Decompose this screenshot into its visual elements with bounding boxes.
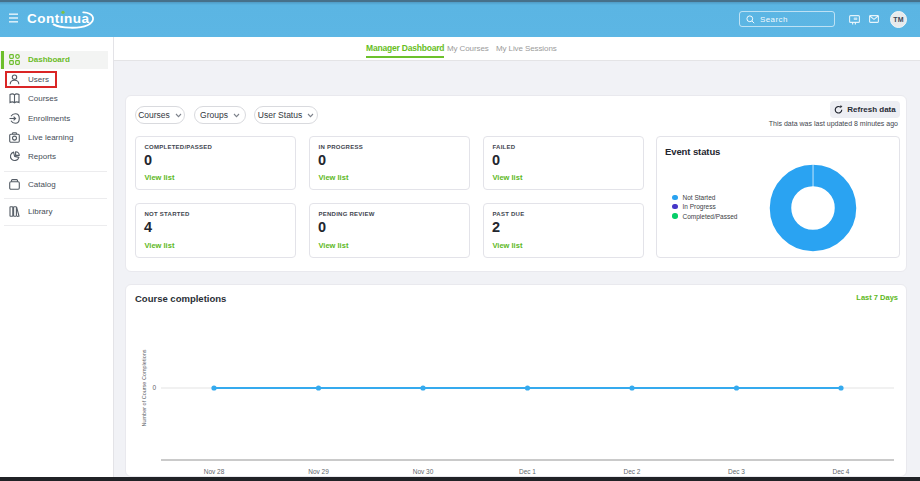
svg-text:0: 0 [152, 384, 156, 391]
svg-text:Dec 1: Dec 1 [519, 468, 536, 475]
svg-text:Number of Course Completions: Number of Course Completions [141, 349, 147, 426]
svg-text:Dec 3: Dec 3 [728, 468, 745, 475]
svg-text:Nov 30: Nov 30 [413, 468, 434, 475]
svg-text:Dec 4: Dec 4 [833, 468, 850, 475]
svg-text:Nov 29: Nov 29 [308, 468, 329, 475]
svg-text:Dec 2: Dec 2 [624, 468, 641, 475]
svg-text:Contınua: Contınua [27, 11, 90, 26]
svg-text:Nov 28: Nov 28 [204, 468, 225, 475]
